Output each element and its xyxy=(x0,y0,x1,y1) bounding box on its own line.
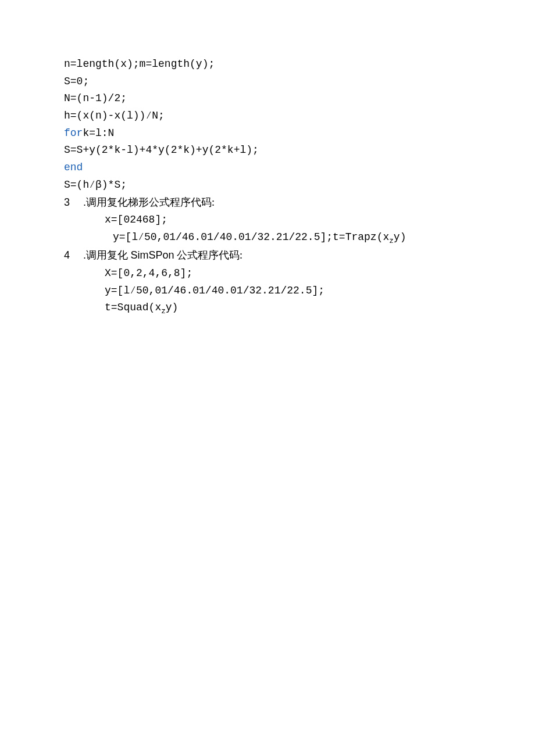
section-4-number: 4 xyxy=(64,247,80,264)
section-3-dot: . xyxy=(80,196,86,208)
section-4-code-3: t=Squad(xzy) xyxy=(64,299,471,317)
section-4-code-3b: y) xyxy=(166,302,179,313)
code-line-8: S=(h∕β)*S; xyxy=(64,177,471,194)
section-4-code-2: y=[l∕50,01/46.01/40.01/32.21/22.5]; xyxy=(64,282,471,300)
section-3-code-2b: y) xyxy=(394,231,406,243)
section-4-title-post: 公式程序代码: xyxy=(174,249,243,261)
section-3-number: 3 xyxy=(64,194,80,212)
code-line-4: h=(x(n)-x(l))∕N; xyxy=(64,108,471,125)
code-line-1: n=length(x);m=length(y); xyxy=(64,56,471,73)
section-3-title: 调用复化梯形公式程序代码: xyxy=(86,196,215,208)
subscript-z-1: z xyxy=(389,237,394,245)
subscript-z-2: z xyxy=(161,307,166,316)
section-4-header: 4 .调用复化 SimSPon 公式程序代码: xyxy=(64,247,471,265)
keyword-end: end xyxy=(64,162,83,173)
code-line-7: end xyxy=(64,159,471,177)
section-3-code-1: x=[02468]; xyxy=(64,212,471,229)
code-line-5-rest: k=l:N xyxy=(83,127,114,139)
section-3-code-2a: y=[l∕50,01/46.01/40.01/32.21/22.5];t=Tra… xyxy=(113,231,389,243)
keyword-for: for xyxy=(64,127,83,139)
section-4-title-en: SimSPon xyxy=(131,249,174,261)
code-line-6: S=S+y(2*k-l)+4*y(2*k)+y(2*k+l); xyxy=(64,142,471,159)
code-line-5: fork=l:N xyxy=(64,125,471,142)
section-4-code-3a: t=Squad(x xyxy=(105,302,161,313)
code-line-2: S=0; xyxy=(64,73,471,91)
section-4-title-pre: 调用复化 xyxy=(86,249,131,261)
section-4-code-1: X=[0,2,4,6,8]; xyxy=(64,265,471,282)
code-line-3: N=(n-1)/2; xyxy=(64,90,471,108)
section-3-code-2: y=[l∕50,01/46.01/40.01/32.21/22.5];t=Tra… xyxy=(64,229,471,247)
section-3-header: 3 .调用复化梯形公式程序代码: xyxy=(64,194,471,212)
section-4-dot: . xyxy=(80,249,86,261)
